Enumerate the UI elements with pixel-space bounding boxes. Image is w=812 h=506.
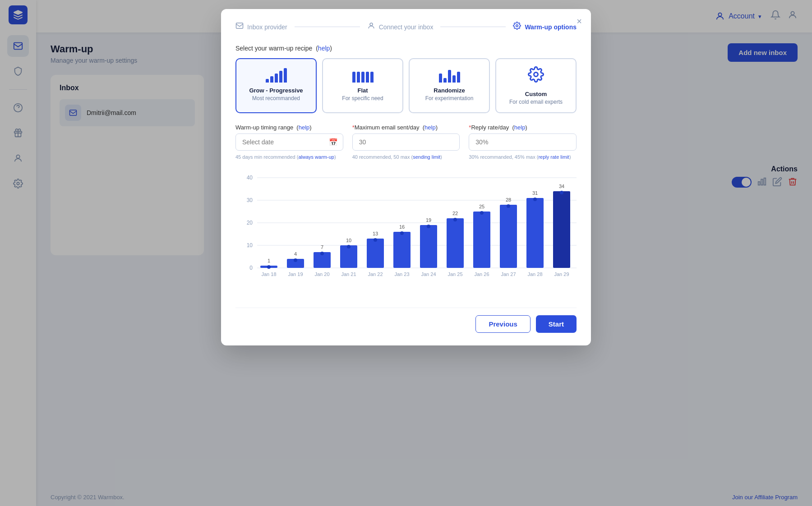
flat-icon	[352, 66, 374, 83]
inbox-provider-icon	[235, 22, 244, 32]
reply-rate-label: *Reply rate/day (help)	[469, 124, 577, 131]
custom-name: Custom	[525, 91, 547, 97]
svg-text:13: 13	[373, 231, 378, 236]
svg-text:28: 28	[506, 197, 511, 202]
timing-group: Warm-up timing range (help) 📅 45 days mi…	[235, 124, 343, 160]
reply-rate-limit-link[interactable]: reply rate limit	[538, 154, 569, 160]
recipe-card-randomize[interactable]: Randomize For experimentation	[409, 58, 490, 113]
svg-text:Jan 22: Jan 22	[368, 271, 383, 277]
reply-rate-help-link[interactable]: help	[514, 124, 526, 131]
start-button[interactable]: Start	[536, 315, 577, 333]
reply-rate-hint: 30% recommanded, 45% max (reply rate lim…	[469, 154, 577, 160]
bar-jan21	[340, 245, 357, 268]
bar-chart-svg: 40 30 20 10 0 1 Jan 18 4 Jan 19 7	[235, 173, 577, 295]
max-email-help-link[interactable]: help	[424, 124, 436, 131]
always-warmup-link[interactable]: always warm-up	[298, 154, 334, 160]
bar-jan29	[553, 191, 570, 268]
flat-desc: For specific need	[342, 95, 383, 101]
recipe-card-grow[interactable]: Grow - Progressive Most recommanded	[235, 58, 317, 113]
svg-text:20: 20	[247, 220, 253, 226]
modal-close-button[interactable]: ×	[577, 16, 582, 27]
dot-jan20	[320, 252, 324, 255]
flat-name: Flat	[357, 87, 368, 94]
previous-button[interactable]: Previous	[475, 315, 530, 333]
timing-hint: 45 days min recommended (always warm-up)	[235, 154, 343, 160]
bar-jan25	[447, 218, 464, 268]
dot-jan24	[427, 225, 430, 228]
stepper-inbox-label: Inbox provider	[247, 23, 287, 31]
svg-text:0: 0	[249, 265, 253, 271]
svg-point-15	[534, 73, 538, 77]
dot-jan22	[374, 238, 377, 242]
stepper-warmup-label: Warm-up options	[525, 23, 577, 31]
timing-help-link[interactable]: help	[299, 124, 310, 131]
svg-text:4: 4	[294, 251, 297, 257]
bar-jan24	[420, 225, 437, 268]
stepper-inbox-provider: Inbox provider	[235, 22, 287, 32]
svg-text:10: 10	[346, 238, 351, 243]
bar-jan28	[526, 198, 544, 268]
svg-text:31: 31	[532, 190, 538, 196]
connect-inbox-icon	[367, 22, 375, 32]
svg-rect-12	[236, 23, 243, 28]
max-email-hint: 40 recommended, 50 max (sending limit)	[352, 154, 460, 160]
warmup-chart: 40 30 20 10 0 1 Jan 18 4 Jan 19 7	[235, 169, 577, 297]
svg-text:Jan 24: Jan 24	[421, 271, 436, 277]
timing-input[interactable]	[235, 133, 343, 151]
bar-jan23	[393, 232, 411, 268]
grow-icon	[266, 66, 287, 83]
svg-text:Jan 23: Jan 23	[394, 271, 409, 277]
calendar-icon: 📅	[329, 138, 338, 147]
stepper-connect-label: Connect your inbox	[379, 23, 434, 31]
dot-jan18	[267, 265, 271, 269]
randomize-icon	[439, 66, 460, 83]
svg-text:34: 34	[559, 184, 564, 189]
reply-rate-group: *Reply rate/day (help) 30% recommanded, …	[469, 124, 577, 160]
svg-text:Jan 29: Jan 29	[554, 271, 569, 277]
svg-point-14	[516, 25, 518, 27]
svg-text:22: 22	[452, 211, 458, 216]
dot-jan19	[294, 258, 297, 262]
svg-point-13	[370, 23, 373, 26]
sending-limit-link[interactable]: sending limit	[413, 154, 440, 160]
dot-jan21	[347, 245, 351, 248]
modal-footer: Previous Start	[235, 308, 577, 333]
stepper-line-1	[295, 27, 360, 27]
recipe-card-custom[interactable]: Custom For cold email experts	[495, 58, 577, 113]
svg-text:30: 30	[247, 197, 253, 203]
stepper-line-2	[440, 27, 506, 27]
randomize-name: Randomize	[434, 87, 465, 94]
svg-text:Jan 19: Jan 19	[288, 271, 303, 277]
bar-jan26	[473, 212, 490, 268]
randomize-desc: For experimentation	[425, 95, 474, 101]
modal-stepper: Inbox provider Connect your inbox Warm-u…	[235, 22, 577, 32]
modal-overlay: × Inbox provider Connect your inbox	[0, 0, 812, 506]
svg-text:Jan 20: Jan 20	[314, 271, 329, 277]
recipes-grid: Grow - Progressive Most recommanded Flat…	[235, 58, 577, 113]
timing-input-wrapper: 📅	[235, 133, 343, 151]
bar-jan27	[500, 205, 517, 268]
custom-desc: For cold email experts	[509, 99, 563, 105]
dot-jan29	[560, 191, 563, 194]
svg-text:16: 16	[399, 224, 405, 230]
reply-rate-input[interactable]	[469, 133, 577, 151]
svg-text:7: 7	[321, 244, 323, 250]
recipe-help-link[interactable]: help	[318, 45, 330, 52]
recipe-section-label: Select your warm-up recipe (help)	[235, 45, 577, 52]
bar-jan22	[367, 239, 384, 268]
warmup-options-icon	[513, 22, 521, 32]
max-email-input[interactable]	[352, 133, 460, 151]
stepper-warmup-options: Warm-up options	[513, 22, 577, 32]
dot-jan27	[507, 204, 510, 208]
svg-text:Jan 21: Jan 21	[341, 271, 356, 277]
warmup-options-modal: × Inbox provider Connect your inbox	[221, 9, 591, 345]
dot-jan26	[480, 211, 484, 215]
recipe-card-flat[interactable]: Flat For specific need	[322, 58, 403, 113]
grow-desc: Most recommanded	[252, 95, 300, 101]
grow-name: Grow - Progressive	[249, 87, 303, 94]
svg-text:Jan 18: Jan 18	[261, 271, 276, 277]
svg-text:Jan 27: Jan 27	[501, 271, 516, 277]
dot-jan25	[453, 218, 457, 221]
svg-text:Jan 25: Jan 25	[448, 271, 462, 277]
custom-icon	[528, 66, 544, 86]
